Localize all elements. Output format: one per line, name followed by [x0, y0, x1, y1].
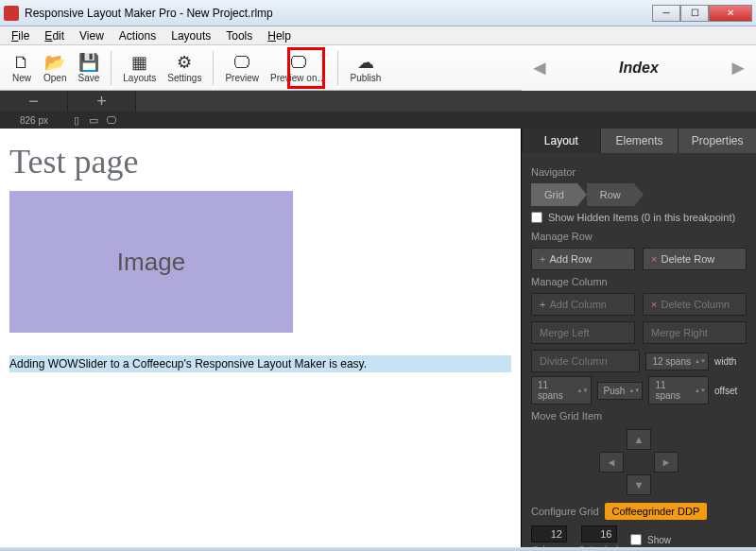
grid-icon: ▦ [131, 52, 147, 73]
show-hidden-label: Show Hidden Items (0 in this breakpoint) [548, 212, 735, 223]
minimize-button[interactable]: ─ [652, 5, 680, 22]
move-down-button[interactable]: ▼ [627, 474, 651, 495]
breakpoint-bar: 826 px ▯ ▭ 🖵 [0, 112, 756, 129]
separator [213, 51, 214, 85]
new-button[interactable]: 🗋New [6, 47, 38, 89]
nav-next-icon[interactable]: ► [728, 56, 748, 80]
menu-help[interactable]: Help [260, 27, 299, 44]
close-button[interactable]: ✕ [709, 5, 752, 22]
layouts-button[interactable]: ▦Layouts [117, 47, 162, 89]
titlebar: Responsive Layout Maker Pro - New Projec… [0, 0, 756, 26]
menu-view[interactable]: View [72, 27, 112, 44]
device-tablet-icon[interactable]: ▭ [85, 114, 102, 127]
toolbar: 🗋New 📂Open 💾Save ▦Layouts ⚙Settings 🖵Pre… [0, 45, 756, 91]
side-panel: Layout Elements Properties Navigator Gri… [522, 129, 756, 551]
nav-grid[interactable]: Grid [531, 183, 577, 206]
configure-grid-label: Configure Grid [531, 506, 599, 517]
spans-offset-spinner[interactable]: 11 spans▲▼ [531, 376, 592, 405]
image-label: Image [117, 248, 185, 277]
image-placeholder[interactable]: Image [9, 191, 293, 333]
tab-properties[interactable]: Properties [678, 129, 756, 153]
maximize-button[interactable]: ☐ [680, 5, 709, 22]
preview-button[interactable]: 🖵Preview [219, 47, 265, 89]
grid-preset-badge[interactable]: Coffeegrinder DDP [605, 503, 708, 520]
menu-tools[interactable]: Tools [218, 27, 260, 44]
settings-button[interactable]: ⚙Settings [162, 47, 207, 89]
merge-right-button[interactable]: Merge Right [643, 321, 747, 344]
folder-icon: 📂 [44, 52, 65, 73]
tab-elements[interactable]: Elements [600, 129, 679, 153]
move-right-button[interactable]: ► [654, 452, 679, 473]
zoom-out-button[interactable]: − [0, 91, 68, 112]
nav-row[interactable]: Row [587, 183, 634, 206]
monitor-icon: 🖵 [290, 52, 307, 73]
gutter-spinner[interactable]: 16 [581, 525, 617, 542]
add-column-button[interactable]: Add Column [531, 293, 635, 316]
spans-offset2-spinner[interactable]: 11 spans▲▼ [648, 376, 709, 405]
width-label: width [714, 356, 747, 367]
dpad: ▲ ◄ ► ▼ [592, 429, 686, 495]
move-left-button[interactable]: ◄ [599, 452, 624, 473]
paragraph[interactable]: Adding WOWSlider to a Coffeecup's Respon… [9, 355, 511, 372]
manage-column-label: Manage Column [531, 276, 747, 287]
zoom-bar: − + [0, 91, 756, 112]
show-hidden-checkbox[interactable] [531, 212, 542, 223]
delete-column-button[interactable]: Delete Column [643, 293, 747, 316]
menubar: File Edit View Actions Layouts Tools Hel… [0, 26, 756, 45]
spans-width-spinner[interactable]: 12 spans▲▼ [645, 353, 709, 370]
disk-icon: 💾 [78, 52, 99, 73]
show-grid-label: Show [647, 535, 671, 545]
delete-row-button[interactable]: Delete Row [643, 248, 747, 270]
show-grid-checkbox[interactable] [630, 534, 642, 545]
preview-on-button[interactable]: 🖵Preview on… [265, 47, 332, 89]
page-heading[interactable]: Test page [9, 142, 511, 181]
device-phone-icon[interactable]: ▯ [68, 114, 85, 127]
cloud-upload-icon: ☁ [357, 52, 374, 73]
offset-label: offset [714, 386, 747, 396]
gear-icon: ⚙ [177, 52, 192, 73]
breakpoint-px: 826 px [0, 115, 68, 126]
canvas[interactable]: Test page Image Adding WOWSlider to a Co… [0, 129, 522, 551]
push-spinner[interactable]: Push▲▼ [597, 382, 644, 400]
open-button[interactable]: 📂Open [38, 47, 72, 89]
separator [337, 51, 338, 85]
window-border [0, 547, 756, 551]
window-title: Responsive Layout Maker Pro - New Projec… [25, 7, 652, 20]
move-grid-label: Move Grid Item [531, 410, 747, 422]
save-button[interactable]: 💾Save [72, 47, 105, 89]
publish-button[interactable]: ☁Publish [344, 47, 387, 89]
add-row-button[interactable]: Add Row [531, 248, 635, 270]
separator [111, 51, 112, 85]
device-desktop-icon[interactable]: 🖵 [102, 114, 119, 126]
nav-prev-icon[interactable]: ◄ [529, 56, 550, 80]
manage-row-label: Manage Row [531, 231, 747, 242]
menu-file[interactable]: File [4, 27, 37, 44]
nav-area: ◄ Index ► [522, 45, 756, 91]
columns-spinner[interactable]: 12 [531, 525, 567, 542]
divide-column-button[interactable]: Divide Column [531, 350, 640, 372]
tab-layout[interactable]: Layout [522, 129, 600, 153]
app-icon [4, 6, 19, 21]
menu-layouts[interactable]: Layouts [163, 27, 218, 44]
move-up-button[interactable]: ▲ [627, 429, 651, 450]
monitor-icon: 🖵 [233, 52, 250, 73]
merge-left-button[interactable]: Merge Left [531, 321, 635, 344]
nav-title: Index [619, 60, 659, 77]
file-icon: 🗋 [13, 52, 30, 73]
menu-edit[interactable]: Edit [37, 27, 72, 44]
navigator-label: Navigator [531, 166, 747, 178]
zoom-in-button[interactable]: + [68, 91, 136, 112]
menu-actions[interactable]: Actions [112, 27, 163, 44]
